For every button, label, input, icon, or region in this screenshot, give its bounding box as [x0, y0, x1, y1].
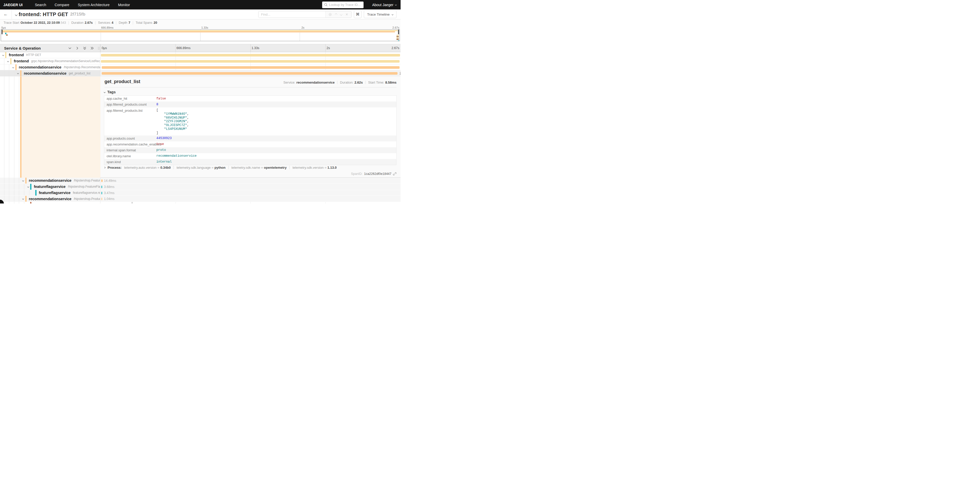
span-expand-chevron-icon[interactable] — [22, 180, 24, 182]
time-tick-label: 666.89ms — [177, 46, 191, 50]
prev-result-icon[interactable] — [335, 13, 337, 16]
timeline-header: Service & Operation 0μs666.89ms1.33s2s2.… — [0, 44, 401, 52]
span-bar[interactable] — [102, 192, 102, 194]
nav-item-compare[interactable]: Compare — [55, 3, 70, 7]
collapse-trace-chevron-icon[interactable] — [15, 14, 18, 16]
trace-view-dropdown[interactable]: Trace Timeline — [364, 11, 396, 18]
service-name: frontend — [14, 59, 29, 63]
expand-one-icon[interactable] — [75, 46, 79, 50]
span-expand-chevron-icon[interactable] — [27, 186, 29, 188]
span-tree-cell[interactable]: recommendationservice /hipstershop.Recom… — [0, 64, 100, 70]
span-tree-cell[interactable]: recommendationservice /hipstershop.Produ… — [0, 196, 100, 202]
service-value: recommendationservice — [296, 81, 335, 85]
tag-row[interactable]: app.cache_hit false — [104, 96, 396, 102]
nav-item-search[interactable]: Search — [35, 3, 46, 7]
span-row[interactable]: recommendationservice get_product_list 2… — [0, 70, 401, 77]
span-timeline-cell[interactable]: 3.68ms — [100, 184, 401, 190]
process-tag: telemetry.auto.version = 0.34b0 — [124, 166, 171, 169]
span-row[interactable]: featureflagservice featureflagservice.re… — [0, 190, 401, 196]
nav-item-system-architecture[interactable]: System Architecture — [78, 3, 110, 7]
nav-item-monitor[interactable]: Monitor — [118, 3, 130, 7]
span-bar[interactable] — [102, 185, 102, 188]
trace-id-lookup-input[interactable] — [329, 3, 361, 6]
span-bar[interactable] — [101, 60, 399, 63]
process-row[interactable]: Process: telemetry.auto.version = 0.34b0… — [104, 166, 337, 169]
span-timeline-cell[interactable] — [100, 202, 401, 203]
span-tree-cell[interactable]: recommendationservice get_product_list — [0, 70, 100, 77]
span-name-wrap: recommendationservice /hipstershop.Produ… — [25, 196, 100, 202]
next-result-icon[interactable] — [340, 13, 343, 16]
find-input[interactable] — [259, 11, 325, 18]
span-row[interactable]: frontend HTTP GET — [0, 52, 401, 58]
span-bar[interactable] — [101, 54, 400, 56]
span-detail-row: get_product_list Service:recommendations… — [0, 77, 401, 178]
collapse-all-icon[interactable] — [83, 46, 87, 50]
link-icon[interactable] — [393, 172, 396, 176]
span-tree-cell[interactable] — [0, 202, 100, 203]
span-row[interactable]: recommendationservice /hipstershop.Produ… — [0, 196, 401, 202]
time-tick-label: 1.33s — [251, 46, 259, 50]
span-timeline-cell[interactable]: 1.04ms — [100, 196, 401, 202]
expand-all-icon[interactable] — [90, 46, 94, 50]
span-timeline-cell[interactable] — [100, 58, 401, 64]
tag-row[interactable]: span.kind internal — [104, 159, 396, 165]
span-bar[interactable] — [102, 72, 398, 75]
minimap-span-bar — [398, 40, 399, 41]
span-row[interactable]: featureflagservice /hipstershop.FeatureF… — [0, 184, 401, 190]
span-row[interactable]: frontend grpc.hipstershop.Recommendation… — [0, 58, 401, 64]
time-tick-label: 2s — [326, 46, 330, 50]
operation-name: /hipstershop.FeatureFlagService… — [74, 179, 100, 182]
clear-find-icon[interactable]: ✕ — [345, 13, 348, 16]
tag-row[interactable]: app.products.count 44530923 — [104, 136, 396, 141]
tag-row[interactable]: internal.span.format proto — [104, 147, 396, 153]
minimap-span-bar — [6, 34, 8, 36]
span-tree-cell[interactable]: frontend grpc.hipstershop.Recommendation… — [0, 58, 100, 64]
nav-menu: SearchCompareSystem ArchitectureMonitor — [35, 3, 138, 7]
trace-start-label: Trace Start — [3, 21, 19, 24]
span-timeline-cell[interactable]: 3.47ms — [100, 190, 401, 196]
command-icon: ⌘ — [356, 12, 360, 17]
tag-row[interactable]: app.recommendation.cache_enabled true — [104, 141, 396, 147]
span-tree-cell[interactable]: frontend HTTP GET — [0, 52, 100, 58]
back-button[interactable]: ← — [0, 10, 12, 19]
service-color-bar — [35, 190, 37, 196]
span-tree-cell[interactable]: featureflagservice featureflagservice.re… — [0, 190, 100, 196]
span-bar[interactable] — [102, 198, 102, 200]
span-expand-chevron-icon[interactable] — [17, 72, 19, 74]
span-timeline-cell[interactable] — [100, 64, 401, 70]
span-timeline-cell[interactable]: 14.49ms — [100, 178, 401, 184]
tag-row[interactable]: otel.library.name recommendationservice — [104, 153, 396, 159]
tag-row[interactable]: app.filtered_products.list ["1YMWWN1N4O"… — [104, 107, 396, 136]
span-bar[interactable] — [101, 179, 103, 182]
keyboard-shortcuts-button[interactable]: ⌘ — [354, 11, 361, 18]
span-expand-chevron-icon[interactable] — [12, 66, 14, 68]
span-expand-chevron-icon[interactable] — [22, 198, 24, 200]
trace-id-lookup[interactable] — [322, 2, 364, 8]
about-jaeger-menu[interactable]: About Jaeger — [372, 3, 396, 7]
span-name-wrap: recommendationservice /hipstershop.Featu… — [25, 178, 100, 184]
app-brand[interactable]: JAEGER UI — [3, 3, 22, 7]
span-tree-cell[interactable]: recommendationservice /hipstershop.Featu… — [0, 178, 100, 184]
span-row-partial[interactable] — [0, 202, 401, 203]
span-tree-cell[interactable]: featureflagservice /hipstershop.FeatureF… — [0, 184, 100, 190]
operation-name: HTTP GET — [26, 53, 41, 57]
duration-label: Duration — [71, 21, 83, 24]
tag-row[interactable]: app.filtered_products.count 8 — [104, 102, 396, 107]
span-timeline-cell[interactable]: 2.62s — [100, 70, 401, 77]
trace-minimap[interactable] — [1, 29, 400, 41]
span-id-row: SpanID: 1ca2262df0e18447 — [351, 172, 396, 176]
span-row[interactable]: recommendationservice /hipstershop.Recom… — [0, 64, 401, 70]
span-timeline-cell[interactable] — [100, 52, 401, 58]
span-bar[interactable] — [102, 66, 400, 69]
collapse-one-icon[interactable] — [68, 46, 72, 50]
minimap-scrubber-right[interactable] — [398, 30, 399, 34]
tags-section-toggle[interactable]: Tags — [104, 90, 116, 94]
column-resize-handle[interactable] — [98, 47, 99, 50]
span-row[interactable]: recommendationservice /hipstershop.Featu… — [0, 178, 401, 184]
indent-guide — [24, 190, 24, 196]
span-expand-chevron-icon[interactable] — [2, 54, 4, 56]
span-duration-label: 3.47ms — [104, 191, 115, 195]
minimap-scrubber-left[interactable] — [2, 30, 3, 34]
focus-target-icon[interactable] — [329, 13, 332, 16]
span-expand-chevron-icon[interactable] — [7, 60, 9, 62]
